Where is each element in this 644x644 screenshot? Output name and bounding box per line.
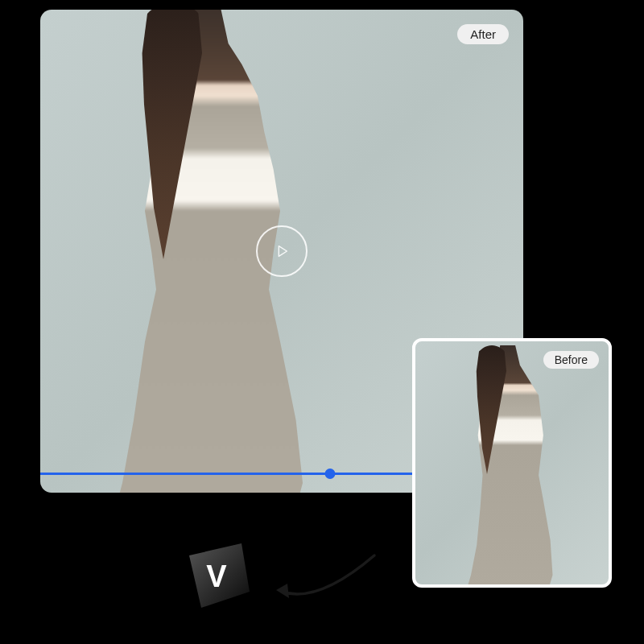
after-badge: After <box>457 24 509 44</box>
arrow-annotation <box>270 543 390 608</box>
curved-arrow-icon <box>270 543 390 608</box>
play-button[interactable] <box>256 225 308 277</box>
logo-icon: V <box>181 535 262 616</box>
after-badge-label: After <box>470 27 496 41</box>
play-icon <box>273 242 291 260</box>
svg-text:V: V <box>206 559 227 593</box>
before-badge: Before <box>543 351 599 369</box>
video-progress-handle[interactable] <box>325 469 336 479</box>
brand-logo: V <box>181 535 262 616</box>
thumbnail-figure <box>448 345 564 588</box>
before-thumbnail: Before <box>412 338 612 588</box>
before-badge-label: Before <box>555 353 588 366</box>
